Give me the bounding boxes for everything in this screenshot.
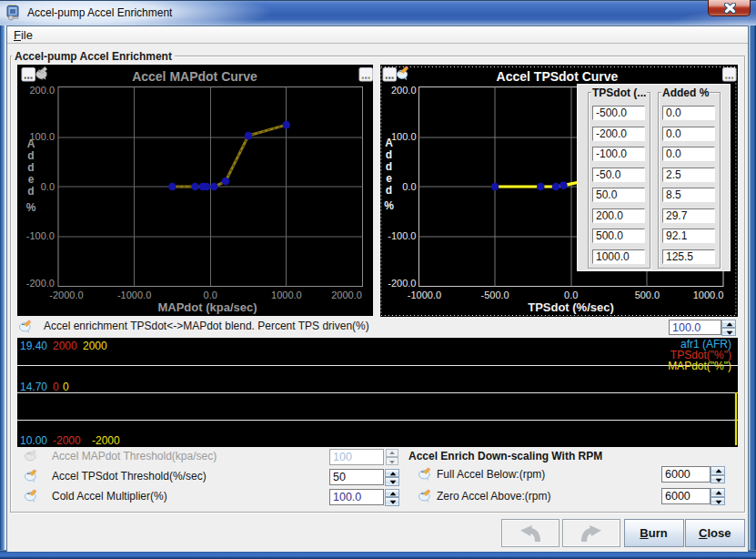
svg-text:1000.0: 1000.0 — [692, 289, 723, 300]
svg-text:d: d — [385, 183, 391, 196]
svg-text:d: d — [27, 160, 34, 173]
svg-text:-2000: -2000 — [53, 434, 81, 447]
svg-text:200.0: 200.0 — [29, 84, 55, 95]
svg-text:d: d — [385, 147, 391, 160]
svg-text:0.0: 0.0 — [564, 289, 578, 300]
svg-text:100.0: 100.0 — [390, 130, 416, 141]
svg-text:-200.0: -200.0 — [388, 277, 416, 288]
svg-text:d: d — [385, 159, 391, 172]
svg-text:-1000.0: -1000.0 — [117, 289, 151, 300]
svg-text:TPSdot (%/sec): TPSdot (%/sec) — [528, 300, 614, 313]
svg-text:10.00: 10.00 — [20, 434, 47, 447]
svg-text:2000.0: 2000.0 — [331, 289, 362, 300]
svg-text:Accel MAPdot Curve: Accel MAPdot Curve — [132, 69, 257, 84]
svg-text:-2000: -2000 — [92, 434, 120, 447]
svg-text:Accel TPSdot Curve: Accel TPSdot Curve — [496, 69, 618, 84]
svg-text:-1000.0: -1000.0 — [407, 289, 440, 300]
svg-text:MAPdot (kpa/sec): MAPdot (kpa/sec) — [157, 300, 257, 313]
svg-text:0.0: 0.0 — [402, 180, 416, 191]
svg-text:2000: 2000 — [53, 340, 77, 352]
svg-text:1000.0: 1000.0 — [271, 289, 302, 300]
svg-text:0: 0 — [53, 381, 59, 393]
svg-text:%: % — [384, 198, 394, 211]
svg-text:e: e — [28, 172, 35, 185]
svg-text:MAPdot("%"): MAPdot("%") — [668, 360, 731, 372]
svg-text:-100.0: -100.0 — [388, 229, 416, 240]
svg-text:-500.0: -500.0 — [480, 289, 509, 300]
svg-text:0.0: 0.0 — [204, 289, 217, 300]
svg-text:500.0: 500.0 — [634, 289, 660, 300]
svg-text:A: A — [385, 136, 393, 148]
svg-text:%: % — [26, 200, 36, 213]
svg-text:e: e — [386, 171, 392, 184]
svg-text:2000: 2000 — [83, 340, 107, 352]
svg-text:d: d — [27, 184, 34, 197]
svg-text:14.70: 14.70 — [20, 381, 47, 393]
svg-text:d: d — [27, 148, 34, 161]
svg-text:0: 0 — [63, 381, 69, 393]
svg-text:-2000.0: -2000.0 — [49, 289, 83, 300]
svg-text:0.0: 0.0 — [41, 180, 55, 191]
svg-text:200.0: 200.0 — [390, 84, 416, 95]
svg-text:A: A — [27, 137, 35, 149]
svg-text:19.40: 19.40 — [20, 340, 47, 352]
svg-text:-200.0: -200.0 — [26, 277, 55, 288]
svg-text:-100.0: -100.0 — [26, 229, 55, 240]
